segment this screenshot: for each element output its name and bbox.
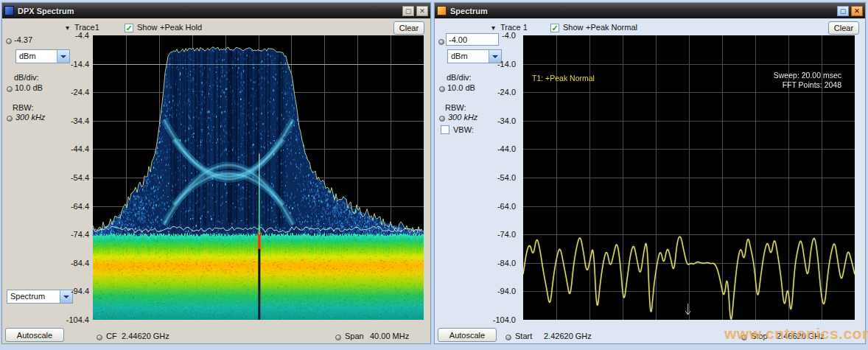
spectrum-app-icon <box>437 6 447 15</box>
ref-level-knob-icon[interactable] <box>438 39 444 45</box>
trace-mode-label: +Peak Hold <box>160 23 202 32</box>
trace-mode-label: +Peak Normal <box>586 23 637 32</box>
rbw-label: RBW: <box>13 103 34 112</box>
spectrum-titlebar[interactable]: Spectrum ▢ ✕ <box>435 3 865 18</box>
rbw-knob-icon[interactable] <box>439 116 445 122</box>
y-tick-label: -44.0 <box>497 144 516 153</box>
y-tick-label: -94.0 <box>497 287 516 295</box>
sweep-value: Sweep: 20.00 msec <box>774 71 841 80</box>
ref-level-value[interactable]: -4.37 <box>14 35 32 44</box>
y-tick-label: -104.4 <box>66 315 89 324</box>
units-value: dBm <box>19 52 36 60</box>
y-tick-label: -74.4 <box>71 230 89 239</box>
y-tick-label: -24.0 <box>497 88 516 97</box>
spectrum-y-axis: -4.0 -14.0 -24.0 -34.0 -44.0 -54.0 -64.0… <box>470 35 516 320</box>
vbw-checkbox[interactable]: ✓ <box>441 125 449 134</box>
y-tick-label: -64.0 <box>497 202 516 211</box>
y-tick-label: -24.4 <box>71 88 89 97</box>
y-tick-label: -64.4 <box>71 202 89 211</box>
db-div-knob-icon[interactable] <box>7 86 13 92</box>
y-tick-label: -44.4 <box>71 144 89 153</box>
dpx-maximize-button[interactable]: ▢ <box>402 6 414 16</box>
db-div-label: dB/div: <box>447 73 472 82</box>
rbw-value[interactable]: 300 kHz <box>15 113 45 122</box>
autoscale-button[interactable]: Autoscale <box>438 328 497 342</box>
show-checkbox[interactable]: ✓ <box>550 24 559 32</box>
rbw-knob-icon[interactable] <box>7 116 13 122</box>
start-value[interactable]: 2.42620 GHz <box>544 332 592 340</box>
span-knob-icon[interactable] <box>335 335 341 340</box>
sweep-info-annotation: Sweep: 20.00 msec FFT Points: 2048 <box>774 71 841 90</box>
show-label: Show <box>137 23 158 32</box>
y-tick-label: -84.0 <box>497 259 516 267</box>
y-tick-label: -34.4 <box>71 116 89 125</box>
dpx-plot-canvas[interactable] <box>93 35 424 320</box>
y-tick-label: -94.4 <box>71 287 89 295</box>
chevron-down-icon[interactable]: ▾ <box>66 24 69 32</box>
y-tick-label: -54.0 <box>497 173 516 182</box>
db-div-knob-icon[interactable] <box>439 86 445 92</box>
db-div-value[interactable]: 10.0 dB <box>15 83 43 92</box>
y-tick-label: -104.0 <box>493 315 516 324</box>
dpx-window-title: DPX Spectrum <box>18 7 74 15</box>
rbw-label: RBW: <box>445 103 466 112</box>
display-mode-value: Spectrum <box>10 292 45 301</box>
dpx-y-axis: -4.4 -14.4 -24.4 -34.4 -44.4 -54.4 -64.4… <box>43 35 89 320</box>
autoscale-button[interactable]: Autoscale <box>5 328 64 342</box>
units-value: dBm <box>451 52 468 60</box>
spectrum-maximize-button[interactable]: ▢ <box>837 6 849 16</box>
cf-label: CF <box>106 332 117 340</box>
y-tick-label: -74.0 <box>497 230 516 239</box>
clear-button[interactable]: Clear <box>828 21 859 35</box>
y-tick-label: -54.4 <box>71 173 89 182</box>
spectrum-window: Spectrum ▢ ✕ ▾ Trace 1 ✓ Show +Peak Norm… <box>434 2 866 344</box>
cf-value[interactable]: 2.44620 GHz <box>122 332 169 340</box>
show-checkbox[interactable]: ✓ <box>125 24 133 32</box>
trace-info-annotation: T1: +Peak Normal <box>532 74 595 83</box>
dpx-titlebar[interactable]: DPX Spectrum ▢ ✕ <box>2 3 430 18</box>
dpx-app-icon <box>4 6 14 15</box>
clear-button[interactable]: Clear <box>393 21 424 35</box>
dpx-close-button[interactable]: ✕ <box>416 6 428 16</box>
db-div-label: dB/div: <box>14 73 39 82</box>
y-tick-label: -34.0 <box>497 116 516 125</box>
spectrum-window-title: Spectrum <box>450 7 488 15</box>
watermark: www.cntronics.com <box>724 325 868 343</box>
y-tick-label: -84.4 <box>71 259 89 267</box>
dpx-spectrum-window: DPX Spectrum ▢ ✕ ▾ Trace1 ✓ Show +Peak H… <box>1 2 431 344</box>
cf-knob-icon[interactable] <box>97 335 102 340</box>
ref-level-knob-icon[interactable] <box>6 38 12 44</box>
y-tick-label: -14.4 <box>71 60 89 69</box>
spectrum-close-button[interactable]: ✕ <box>851 6 863 16</box>
start-label: Start <box>515 332 532 340</box>
fft-points-value: FFT Points: 2048 <box>774 80 841 90</box>
span-label: Span <box>345 332 364 340</box>
y-tick-label: -4.0 <box>502 31 516 40</box>
show-label: Show <box>563 23 584 32</box>
chevron-down-icon[interactable]: ▾ <box>491 24 495 32</box>
y-tick-label: -14.0 <box>497 60 516 69</box>
start-knob-icon[interactable] <box>505 335 511 340</box>
span-value[interactable]: 40.00 MHz <box>370 332 409 340</box>
y-tick-label: -4.4 <box>75 31 89 40</box>
